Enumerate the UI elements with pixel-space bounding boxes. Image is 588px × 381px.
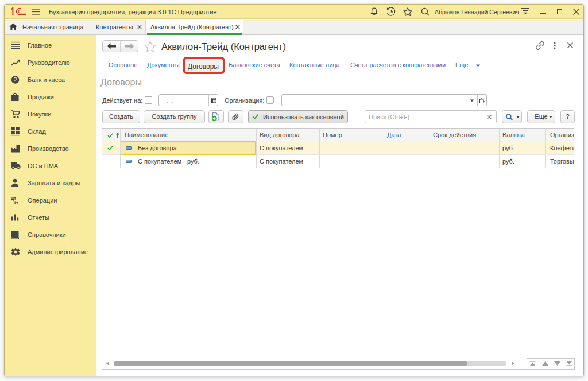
svg-text:Кт: Кт: [14, 200, 19, 205]
